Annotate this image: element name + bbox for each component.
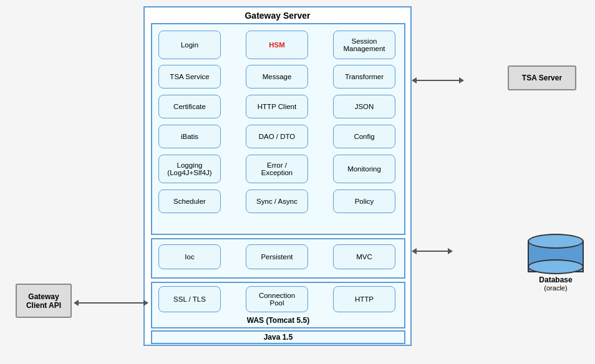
ibatis-box: iBatis (158, 125, 221, 148)
gateway-client-label: GatewayClient API (26, 292, 61, 310)
diagram-container: Gateway Server Login HSM SessionManageme… (0, 0, 595, 364)
transformer-box: Transformer (333, 65, 395, 89)
ssl-tls-box: SSL / TLS (158, 286, 221, 312)
sync-async-box: Sync / Async (246, 189, 308, 213)
tsa-service-box: TSA Service (158, 65, 221, 89)
gateway-client-arrow (74, 300, 148, 306)
database-sublabel: (oracle) (544, 284, 567, 292)
dao-dto-box: DAO / DTO (246, 125, 308, 148)
arrow-head-right-db (448, 248, 453, 254)
scheduler-box: Scheduler (158, 189, 221, 213)
http-client-box: HTTP Client (246, 95, 308, 118)
message-box: Message (246, 65, 308, 89)
database-label: Database (539, 275, 572, 284)
connection-pool-box: ConnectionPool (246, 286, 308, 312)
http-box: HTTP (333, 286, 395, 312)
tsa-server-box: TSA Server (508, 65, 576, 90)
login-box: Login (158, 31, 221, 59)
monitoring-box: Monitoring (333, 155, 395, 183)
ioc-box: Ioc (158, 244, 221, 269)
gateway-server-title: Gateway Server (145, 7, 410, 22)
db-top-ellipse (528, 234, 584, 249)
gateway-client-box: GatewayClient API (16, 284, 72, 318)
config-box: Config (333, 125, 395, 148)
session-mgmt-box: SessionManagement (333, 31, 395, 59)
service-section: Login HSM SessionManagement TSA Service … (151, 23, 405, 235)
arrow-head-left-tsa (412, 77, 417, 84)
was-title: WAS (Tomcat 5.5) (152, 316, 404, 325)
policy-box: Policy (333, 189, 395, 213)
error-exception-box: Error /Exception (246, 155, 308, 183)
java-title: Java 1.5 (264, 333, 293, 342)
db-bottom-ellipse (528, 259, 584, 274)
arrow-head-left-db (412, 248, 417, 254)
database-container: Database (oracle) (528, 234, 584, 292)
arrow-head-left-gc (74, 300, 79, 306)
logging-box: Logging(Log4J+Slf4J) (158, 155, 221, 183)
mvc-box: MVC (333, 244, 395, 269)
ioc-section: Ioc Persistent MVC (151, 238, 405, 279)
java-section: Java 1.5 (151, 330, 405, 344)
gateway-server-box: Gateway Server Login HSM SessionManageme… (143, 6, 412, 346)
tsa-arrow (412, 77, 464, 84)
gc-arrow-line (79, 302, 143, 304)
db-arrow-line (417, 251, 448, 252)
database-cylinder (528, 234, 584, 274)
hsm-box: HSM (246, 31, 308, 59)
certificate-box: Certificate (158, 95, 221, 118)
tsa-arrow-line (417, 80, 459, 81)
database-arrow (412, 248, 453, 254)
was-section: SSL / TLS ConnectionPool HTTP WAS (Tomca… (151, 282, 405, 328)
tsa-server-label: TSA Server (522, 74, 562, 82)
persistent-box: Persistent (246, 244, 308, 269)
arrow-head-right-gc (143, 300, 148, 306)
json-box: JSON (333, 95, 395, 118)
arrow-head-right-tsa (459, 77, 464, 84)
